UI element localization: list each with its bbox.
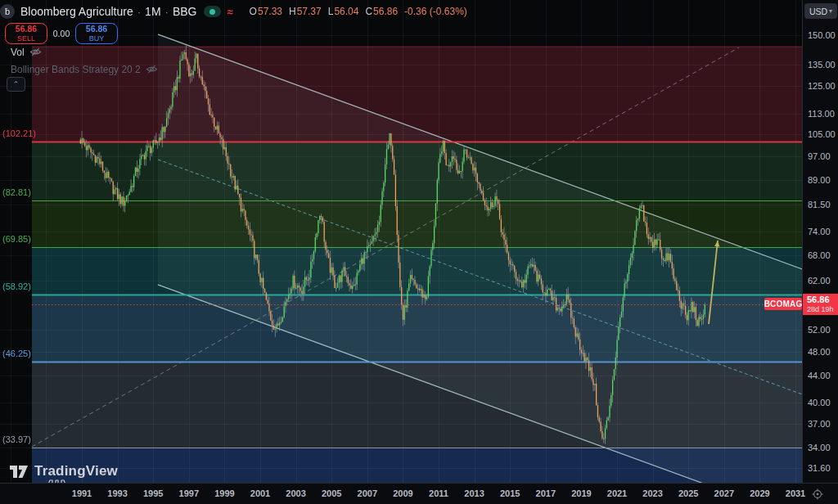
sell-button[interactable]: 56.86 SELL	[5, 23, 47, 44]
price-level-label: (33.97)	[2, 434, 31, 444]
year-tick-label: 2015	[500, 488, 520, 498]
open-label: O	[250, 6, 257, 17]
price-tick-label: 31.60	[803, 463, 838, 473]
buy-label: BUY	[89, 35, 105, 43]
sell-price: 56.86	[16, 25, 37, 34]
last-price-badge: 56.86 28d 19h	[803, 294, 838, 315]
interval-label[interactable]: 1M	[145, 5, 160, 18]
price-level-label: (82.81)	[2, 187, 31, 197]
ohlc-values: O57.33 H57.37 L56.04 C56.86 -0.36 (-0.63…	[243, 6, 467, 17]
sell-label: SELL	[17, 35, 35, 43]
exchange-label: BBG	[173, 5, 197, 18]
year-tick-label: 2017	[536, 488, 556, 498]
change-value: -0.36 (-0.63%)	[404, 6, 467, 17]
year-tick-label: 2031	[786, 488, 805, 498]
high-value: 57.37	[297, 6, 322, 17]
year-tick-label: 2021	[607, 488, 627, 498]
price-tick-label: 40.00	[803, 398, 838, 407]
volume-label: Vol	[11, 47, 25, 58]
currency-label: USD	[809, 7, 827, 16]
year-tick-label: 1999	[214, 488, 234, 498]
year-tick-label: 2019	[571, 488, 591, 498]
price-level-label: (58.92)	[2, 281, 31, 291]
buy-button[interactable]: 56.86 BUY	[75, 23, 118, 44]
trade-widget: 56.86 SELL 0.00 56.86 BUY	[5, 23, 118, 44]
symbol-logo-icon: ƀ	[0, 4, 15, 19]
price-tick-label: 68.00	[803, 250, 838, 260]
eye-hidden-icon[interactable]	[29, 46, 42, 58]
price-tick-label: 97.00	[803, 151, 838, 161]
currency-selector-button[interactable]: USD ▾	[804, 3, 837, 19]
price-level-label: (69.85)	[2, 234, 31, 244]
open-value: 57.33	[258, 6, 282, 17]
year-tick-label: 1991	[72, 488, 92, 498]
delayed-data-icon[interactable]: ≈	[227, 6, 232, 18]
price-tick-label: 34.00	[803, 443, 838, 452]
price-axis[interactable]: USD ▾ 150.00135.00125.00113.00105.0097.0…	[802, 0, 838, 483]
bollinger-strategy-label: Bollinger Bands Strategy 20 2	[11, 64, 141, 75]
price-tick-label: 52.00	[803, 325, 838, 335]
collapse-legend-button[interactable]: ⌃	[7, 77, 25, 92]
year-tick-label: 2005	[322, 488, 341, 498]
title-separator: ·	[165, 6, 169, 18]
year-tick-label: 2001	[250, 488, 270, 498]
year-tick-label: 2027	[714, 488, 734, 498]
price-level-label: (102.21)	[2, 128, 36, 138]
year-tick-label: 1993	[107, 488, 127, 498]
year-tick-label: 1997	[179, 488, 199, 498]
symbol-title-row[interactable]: ƀ Bloomberg Agriculture · 1M · BBG ≈ O57…	[0, 2, 467, 20]
price-level-label: (46.25)	[2, 349, 31, 358]
price-tick-label: 89.00	[803, 175, 838, 185]
year-tick-label: 2013	[464, 488, 484, 498]
price-tick-label: 105.00	[803, 129, 838, 139]
close-label: C	[365, 6, 372, 17]
year-tick-label: 2009	[393, 488, 412, 498]
price-tick-label: 150.00	[803, 30, 838, 40]
price-tick-label: 135.00	[803, 60, 838, 70]
last-price-value: 56.86	[807, 295, 838, 304]
market-status-pill[interactable]	[204, 6, 221, 17]
tradingview-logo-icon	[10, 465, 28, 479]
title-separator: ·	[137, 6, 141, 18]
year-tick-label: 2023	[642, 488, 662, 498]
price-tick-label: 37.00	[803, 419, 838, 429]
year-tick-label: 2003	[286, 488, 305, 498]
bar-countdown: 28d 19h	[807, 306, 838, 313]
price-tick-label: 48.00	[803, 347, 838, 357]
high-label: H	[289, 6, 296, 17]
market-status-dot-icon	[210, 9, 215, 15]
price-tick-label: 113.00	[803, 109, 838, 119]
price-tick-label: 74.00	[803, 227, 838, 236]
axis-settings-gear-icon[interactable]	[812, 488, 823, 500]
spread-value: 0.00	[47, 29, 75, 38]
price-tick-label: 44.00	[803, 371, 838, 380]
year-tick-label: 2011	[429, 488, 448, 498]
low-value: 56.04	[334, 6, 358, 17]
last-price-symbol-badge: BCOMAG	[764, 298, 802, 310]
buy-price: 56.86	[86, 25, 107, 34]
bollinger-strategy-row[interactable]: Bollinger Bands Strategy 20 2	[11, 63, 158, 75]
chevron-down-icon: ▾	[829, 7, 832, 15]
year-tick-label: 2025	[678, 488, 698, 498]
chevron-up-icon: ⌃	[13, 80, 20, 88]
time-axis[interactable]: 1991199319951997199920012003200520072009…	[0, 483, 838, 504]
year-tick-label: 1995	[143, 488, 163, 498]
tradingview-chart-window: (102.21)(82.81)(69.85)(58.92)(46.25)(33.…	[0, 0, 838, 504]
eye-hidden-icon[interactable]	[146, 63, 158, 75]
year-tick-label: 2007	[358, 488, 377, 498]
price-tick-label: 62.00	[803, 276, 838, 286]
close-value: 56.86	[373, 6, 398, 17]
price-tick-label: 81.50	[803, 200, 838, 209]
symbol-title: Bloomberg Agriculture	[20, 5, 133, 18]
year-tick-label: 2029	[750, 488, 769, 498]
volume-indicator-row[interactable]: Vol	[11, 46, 42, 58]
price-tick-label: 125.00	[803, 81, 838, 91]
low-label: L	[328, 6, 334, 17]
